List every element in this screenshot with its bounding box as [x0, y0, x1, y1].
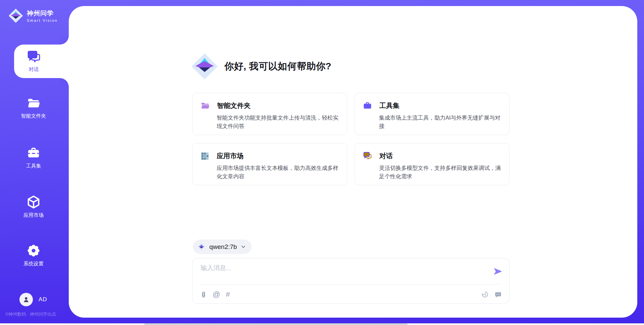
- card-title: 对话: [379, 151, 393, 160]
- card-head: 对话: [363, 151, 501, 160]
- horizontal-scrollbar-thumb[interactable]: [144, 323, 408, 325]
- sidebar-item-label: 应用市场: [23, 212, 44, 218]
- grid-icon: [201, 152, 209, 160]
- attachment-icon[interactable]: [200, 291, 207, 298]
- send-icon: [493, 267, 502, 276]
- composer-tools-left: @ #: [200, 291, 230, 298]
- brand-logo: 神州问学 Smart Vision: [8, 8, 58, 23]
- folder-icon: [27, 96, 40, 110]
- card-title: 智能文件夹: [217, 101, 251, 110]
- greeting-title: 你好, 我可以如何帮助你?: [224, 60, 331, 73]
- card-app-market[interactable]: 应用市场 应用市场提供丰富长文本模板，助力高效生成多样化文章内容: [192, 143, 347, 185]
- chat-icon: [27, 50, 41, 64]
- user-account[interactable]: AD: [19, 293, 47, 306]
- sidebar-item-toolset[interactable]: 工具集: [0, 146, 67, 169]
- composer-tools-right: [481, 291, 502, 298]
- toolbox-icon: [27, 146, 40, 160]
- gear-icon: [26, 244, 41, 258]
- brand-diamond-icon: [8, 8, 23, 23]
- main-content-panel: 你好, 我可以如何帮助你? 智能文件夹 智能文件夹功能支持批量文件上传与清洗，轻…: [69, 6, 637, 318]
- toolbox-icon: [363, 101, 372, 110]
- sidebar-item-label: 工具集: [26, 163, 41, 169]
- brand-text: 神州问学 Smart Vision: [27, 9, 58, 22]
- card-description: 灵活切换多模型文件，支持多样回复效果调试，满足个性化需求: [379, 164, 501, 181]
- composer-divider: [200, 284, 502, 284]
- card-chat[interactable]: 对话 灵活切换多模型文件，支持多样回复效果调试，满足个性化需求: [355, 143, 509, 185]
- user-avatar-icon: [22, 296, 30, 304]
- user-initials: AD: [39, 296, 47, 303]
- card-head: 应用市场: [201, 151, 339, 160]
- chat-icon: [363, 151, 372, 160]
- model-name: qwen2:7b: [209, 243, 237, 251]
- chat-bubble-icon[interactable]: [494, 291, 502, 298]
- brand-name: 神州问学: [27, 9, 58, 18]
- composer-toolbar: @ #: [200, 288, 502, 301]
- card-title: 应用市场: [217, 151, 244, 160]
- history-icon[interactable]: [481, 291, 489, 298]
- greeting-row: 你好, 我可以如何帮助你?: [191, 52, 331, 80]
- card-description: 应用市场提供丰富长文本模板，助力高效生成多样化文章内容: [217, 164, 339, 181]
- cube-icon: [26, 195, 41, 209]
- card-head: 工具集: [363, 101, 501, 110]
- active-tab-fillet-bottom: [60, 78, 69, 87]
- active-tab-inner: 对话: [14, 45, 53, 78]
- copyright-footer: ©神州数码 · 神州问学出品: [5, 311, 56, 317]
- avatar: [19, 293, 33, 306]
- message-input[interactable]: [201, 264, 489, 272]
- brand-tagline: Smart Vision: [27, 18, 58, 22]
- hashtag-icon[interactable]: #: [226, 291, 230, 298]
- sidebar-item-label: 系统设置: [23, 261, 44, 267]
- feature-cards: 智能文件夹 智能文件夹功能支持批量文件上传与清洗，轻松实现文件问答 工具集 集成…: [192, 93, 509, 185]
- sidebar-item-label: 智能文件夹: [21, 113, 46, 119]
- card-description: 智能文件夹功能支持批量文件上传与清洗，轻松实现文件问答: [217, 114, 339, 130]
- sidebar-item-smart-folder[interactable]: 智能文件夹: [0, 96, 67, 119]
- sidebar-item-app-market[interactable]: 应用市场: [0, 195, 67, 218]
- card-toolset[interactable]: 工具集 集成市场上主流工具，助力AI与外界无缝扩展与对接: [355, 93, 509, 135]
- mention-icon[interactable]: @: [213, 291, 220, 298]
- card-smart-folder[interactable]: 智能文件夹 智能文件夹功能支持批量文件上传与清洗，轻松实现文件问答: [192, 93, 347, 135]
- send-button[interactable]: [493, 267, 502, 276]
- horizontal-scrollbar: [0, 323, 644, 325]
- sidebar-item-chat[interactable]: 对话: [14, 45, 69, 78]
- card-description: 集成市场上主流工具，助力AI与外界无缝扩展与对接: [379, 114, 501, 130]
- message-composer: @ #: [192, 258, 509, 304]
- card-title: 工具集: [379, 101, 399, 110]
- card-head: 智能文件夹: [201, 101, 339, 110]
- active-tab-fillet-top: [60, 36, 69, 45]
- brand-diamond-icon: [191, 52, 219, 80]
- sidebar: 神州问学 Smart Vision 对话 智能文件夹 工具集 应用市场 系统设置: [0, 0, 69, 325]
- sidebar-item-label: 对话: [29, 66, 39, 73]
- sidebar-item-settings[interactable]: 系统设置: [0, 244, 67, 267]
- app-root: { "brand": { "name": "神州问学", "tagline": …: [0, 0, 644, 325]
- folder-icon: [201, 101, 210, 110]
- chevron-down-icon: [240, 244, 246, 250]
- model-selector[interactable]: qwen2:7b: [193, 240, 252, 254]
- model-diamond-icon: [197, 243, 206, 251]
